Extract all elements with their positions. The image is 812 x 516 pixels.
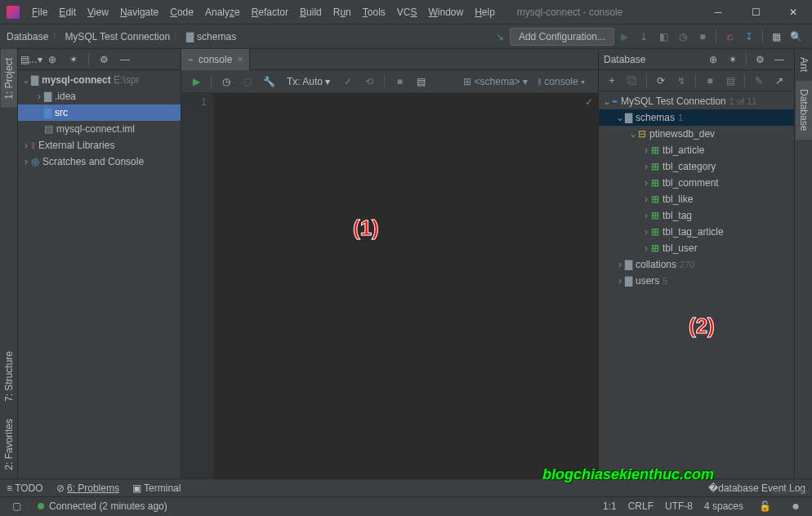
project-view-dropdown[interactable]: ▤ ... ▾ (22, 51, 40, 69)
status-indent[interactable]: 4 spaces (704, 500, 743, 512)
cancel-icon[interactable]: ■ (390, 73, 408, 91)
db-table-row[interactable]: ›⊞tbl_like (599, 191, 794, 207)
menu-vcs[interactable]: VCS (391, 7, 423, 18)
menu-analyze[interactable]: Analyze (199, 7, 246, 18)
tree-idea[interactable]: ›▇.idea (18, 88, 181, 105)
breadcrumb-database[interactable]: Database (7, 31, 48, 42)
db-table-row[interactable]: ›⊞tbl_article (599, 142, 794, 158)
tab-database-right[interactable]: Database (796, 81, 812, 140)
refresh-icon[interactable]: ⟳ (652, 72, 670, 90)
profile-icon[interactable]: ◷ (674, 28, 692, 46)
explain-icon[interactable]: ◌ (239, 73, 257, 91)
jump-icon[interactable]: ■ (701, 72, 719, 90)
menu-build[interactable]: Build (294, 7, 328, 18)
edit-icon[interactable]: ✎ (750, 72, 768, 90)
execute-icon[interactable]: ▶ (187, 73, 205, 91)
tool-window-toggle-icon[interactable]: ▢ (7, 497, 25, 515)
locate-icon[interactable]: ⊕ (704, 51, 722, 69)
editor-body[interactable]: 1 ✓ (1) (181, 93, 598, 478)
git-icon[interactable]: ⎌ (721, 28, 738, 46)
readonly-lock-icon[interactable]: 🔓 (756, 497, 774, 515)
menu-tools[interactable]: Tools (357, 7, 391, 18)
project-tree[interactable]: ⌄▇ mysql-connect E:\spr ›▇.idea ▇src ▤my… (18, 70, 181, 478)
code-area[interactable]: ✓ (1) (214, 93, 598, 478)
menu-run[interactable]: Run (328, 7, 357, 18)
menu-file[interactable]: File (26, 7, 53, 18)
commit-icon[interactable]: ✓ (339, 73, 357, 91)
db-connection-row[interactable]: ⌄⌁ MySQL Test Connection1 of 11 (599, 93, 794, 109)
more-icon[interactable]: ↗ (770, 72, 788, 90)
expand-all-icon[interactable]: ✶ (65, 51, 83, 69)
tree-external-libs[interactable]: ›⦀External Libraries (18, 137, 181, 153)
minimize-button[interactable]: ─ (699, 0, 737, 24)
coverage-icon[interactable]: ◧ (654, 28, 672, 46)
console-session-dropdown[interactable]: ⦀ console ▾ (538, 76, 585, 87)
db-collations-row[interactable]: ›▇collations270 (599, 256, 794, 273)
status-line-separator[interactable]: CRLF (628, 500, 654, 512)
hide-icon[interactable]: — (770, 51, 788, 69)
tab-ant[interactable]: Ant (796, 49, 812, 81)
db-schema-item[interactable]: ⌄⊟ptinewsdb_dev (599, 126, 794, 142)
tab-structure[interactable]: 7: Structure (1, 342, 17, 410)
history-icon[interactable]: ◷ (217, 73, 235, 91)
project-root-label: mysql-connect (42, 74, 111, 86)
menu-window[interactable]: Window (422, 7, 469, 18)
menu-help[interactable]: Help (469, 7, 501, 18)
db-table-row[interactable]: ›⊞tbl_user (599, 240, 794, 256)
tab-project[interactable]: 1: Project (1, 49, 17, 108)
filter-icon[interactable]: ▤ (721, 72, 739, 90)
add-icon[interactable]: ＋ (603, 72, 621, 90)
menu-code[interactable]: Code (164, 7, 199, 18)
stop-icon[interactable]: ■ (694, 28, 712, 46)
db-table-row[interactable]: ›⊞tbl_tag (599, 207, 794, 224)
db-users-row[interactable]: ›▇users5 (599, 273, 794, 289)
tree-root[interactable]: ⌄▇ mysql-connect E:\spr (18, 72, 181, 88)
tree-src[interactable]: ▇src (18, 105, 181, 121)
status-caret-pos[interactable]: 1:1 (603, 500, 617, 512)
breadcrumb-schemas[interactable]: schemas (197, 31, 236, 42)
tree-iml[interactable]: ▤mysql-connect.iml (18, 121, 181, 137)
rollback-icon[interactable]: ⟲ (360, 73, 378, 91)
menu-view[interactable]: View (82, 7, 114, 18)
schema-dropdown[interactable]: ⊞ <schema> ▾ (463, 76, 528, 87)
db-schemas-row[interactable]: ⌄▇schemas1 (599, 109, 794, 126)
settings-icon[interactable]: ⚙ (751, 51, 769, 69)
search-everywhere-icon[interactable]: 🔍 (787, 28, 805, 46)
run-icon[interactable]: ▶ (615, 28, 633, 46)
settings-icon[interactable]: ⚙ (95, 51, 113, 69)
db-table-row[interactable]: ›⊞tbl_category (599, 158, 794, 175)
tree-scratches[interactable]: ›◎Scratches and Console (18, 153, 181, 170)
stop-icon[interactable]: ↯ (672, 72, 690, 90)
tab-console[interactable]: ⌁ console × (181, 49, 250, 70)
main-area: 1: Project 7: Structure 2: Favorites ▤ .… (0, 49, 812, 478)
tab-todo[interactable]: ≡ TODO (7, 483, 43, 494)
locate-icon[interactable]: ⊕ (43, 51, 61, 69)
close-button[interactable]: ✕ (774, 0, 812, 24)
build-icon[interactable]: ↘ (491, 28, 509, 46)
add-configuration-button[interactable]: Add Configuration... (510, 28, 614, 46)
expand-icon[interactable]: ✶ (724, 51, 742, 69)
tab-close-icon[interactable]: × (237, 54, 243, 65)
breadcrumb-connection[interactable]: MySQL Test Connection (65, 31, 170, 42)
maximize-button[interactable]: ☐ (737, 0, 774, 24)
menu-edit[interactable]: Edit (53, 7, 82, 18)
menu-refactor[interactable]: Refactor (246, 7, 294, 18)
tab-problems[interactable]: ⊘ 6: Problems (56, 483, 119, 494)
memory-indicator-icon[interactable]: ☻ (787, 497, 805, 515)
settings-icon[interactable]: 🔧 (260, 73, 278, 91)
db-table-row[interactable]: ›⊞tbl_comment (599, 175, 794, 191)
view-icon[interactable]: ▤ (412, 73, 430, 91)
debug-icon[interactable]: ⤓ (635, 28, 653, 46)
hide-panel-icon[interactable]: — (116, 51, 134, 69)
inspection-ok-icon: ✓ (585, 96, 593, 108)
ide-structure-icon[interactable]: ▦ (767, 28, 785, 46)
tab-terminal[interactable]: ▣ Terminal (132, 483, 181, 494)
db-table-row[interactable]: ›⊞tbl_tag_article (599, 224, 794, 240)
update-icon[interactable]: ↧ (740, 28, 758, 46)
menu-navigate[interactable]: Navigate (114, 7, 164, 18)
database-tree[interactable]: ⌄⌁ MySQL Test Connection1 of 11 ⌄▇schema… (599, 91, 794, 478)
tx-mode-dropdown[interactable]: Tx: Auto ▾ (287, 76, 330, 87)
duplicate-icon[interactable]: ⿻ (623, 72, 641, 90)
tab-favorites[interactable]: 2: Favorites (1, 410, 17, 478)
status-encoding[interactable]: UTF-8 (665, 500, 693, 512)
